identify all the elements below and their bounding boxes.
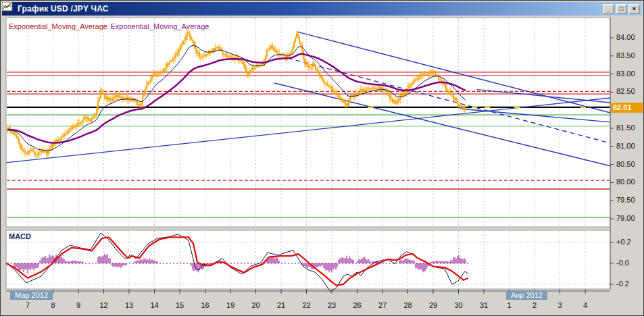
x-axis-label: 23 <box>323 301 341 309</box>
x-axis-label: 12 <box>95 301 113 309</box>
title-bar[interactable]: График USD /JPY ЧАС _ □ × <box>2 2 642 16</box>
y-axis-label: 79.50 <box>616 196 644 204</box>
main-chart-panel[interactable] <box>6 18 610 227</box>
x-axis-label: 7 <box>19 301 36 309</box>
x-axis-label: 26 <box>349 301 366 309</box>
x-axis-label: 29 <box>424 301 442 309</box>
x-axis-label: 15 <box>171 301 189 309</box>
current-price-badge: 82.01 <box>611 103 643 113</box>
macd-axis-label: -0.0 <box>616 259 644 267</box>
chart-window: График USD /JPY ЧАС _ □ × Exponential_Mo… <box>0 0 644 316</box>
maximize-button[interactable]: □ <box>616 4 627 14</box>
y-axis-label: 83.00 <box>616 70 644 78</box>
x-axis-label: 9 <box>70 301 87 309</box>
chart-canvas[interactable] <box>1 1 644 316</box>
x-axis-label: 22 <box>298 301 316 309</box>
chart-app-icon <box>4 4 15 14</box>
x-axis-label: 8 <box>45 301 62 309</box>
x-axis-label: 2 <box>526 301 543 309</box>
x-axis-label: 20 <box>247 301 265 309</box>
window-title: График USD /JPY ЧАС <box>18 4 603 14</box>
x-axis-label: 13 <box>120 301 138 309</box>
y-axis-label: 82.50 <box>616 87 644 95</box>
x-axis-label: 30 <box>450 301 468 309</box>
y-axis-label: 83.50 <box>616 51 644 59</box>
close-button[interactable]: × <box>628 4 640 14</box>
x-axis-label: 28 <box>399 301 417 309</box>
month-badge: Апр 2012 <box>506 290 547 300</box>
window-controls: _ □ × <box>603 4 640 14</box>
macd-axis-label: +0.2 <box>616 238 644 246</box>
y-axis-label: 84.00 <box>616 33 644 41</box>
month-badge: Мар 2012 <box>10 290 53 300</box>
y-axis-label: 81.50 <box>616 124 644 132</box>
y-axis-label: 79.00 <box>616 214 644 222</box>
y-axis-label: 80.00 <box>616 178 644 186</box>
x-axis-label: 14 <box>146 301 164 309</box>
minimize-button[interactable]: _ <box>603 4 614 14</box>
x-axis-label: 16 <box>197 301 214 309</box>
x-axis-label: 1 <box>501 301 518 309</box>
x-axis-label: 27 <box>374 301 391 309</box>
x-axis-label: 21 <box>272 301 290 309</box>
x-axis-label: 3 <box>551 301 569 309</box>
y-axis-label: 80.50 <box>616 160 644 168</box>
x-axis-label: 4 <box>576 301 594 309</box>
macd-axis-label: -0.2 <box>616 280 644 288</box>
x-axis-label: 31 <box>475 301 493 309</box>
x-axis-label: 19 <box>222 301 239 309</box>
y-axis-label: 81.00 <box>616 142 644 150</box>
